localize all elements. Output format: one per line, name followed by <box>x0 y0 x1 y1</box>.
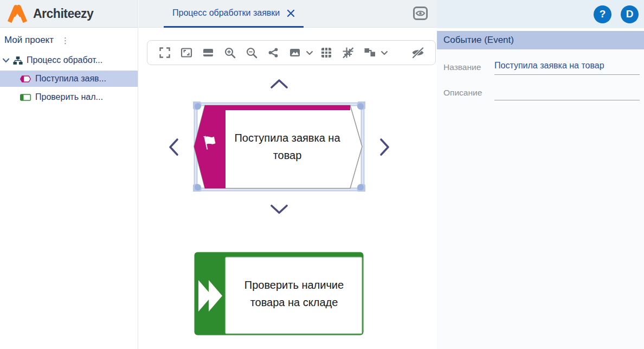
function-node-label: Проверить наличие товара на складе <box>230 254 358 333</box>
preview-eye-icon[interactable] <box>413 7 428 20</box>
nav-up-chevron-icon[interactable] <box>270 79 288 89</box>
chevron-down-icon[interactable] <box>3 58 9 63</box>
zoom-in-icon[interactable] <box>219 42 241 64</box>
export-image-icon[interactable] <box>284 42 306 64</box>
auto-layout-chevron-down-icon[interactable] <box>381 50 390 55</box>
auto-layout-icon[interactable] <box>359 42 381 64</box>
sidebar-item-process[interactable]: Процесс обработ... <box>0 52 138 68</box>
name-field[interactable]: Поступила заявка на товар <box>494 61 640 75</box>
fullscreen-icon[interactable] <box>154 42 176 64</box>
app-logo-icon <box>7 4 28 23</box>
sidebar-item-label: Процесс обработ... <box>27 55 102 65</box>
name-field-label: Название <box>443 62 494 75</box>
project-menu-kebab-icon[interactable]: ⋮ <box>61 36 69 45</box>
event-node-label: Поступила заявка на товар <box>229 104 346 189</box>
nav-right-chevron-icon[interactable] <box>379 138 390 156</box>
sidebar-item-function[interactable]: Проверить нал... <box>0 89 138 105</box>
project-title: Мой проект <box>4 35 54 46</box>
snap-to-grid-icon[interactable] <box>337 42 359 64</box>
project-header: Мой проект ⋮ <box>0 28 138 50</box>
main-area: Процесс обработки заявки <box>139 0 437 349</box>
property-row-name: Название Поступила заявка на товар <box>437 61 644 75</box>
properties-header: Событие (Event) <box>437 31 644 49</box>
event-mini-icon <box>20 75 31 83</box>
nav-left-chevron-icon[interactable] <box>169 138 179 156</box>
description-field-label: Описание <box>443 88 494 100</box>
sidebar-item-label: Поступила заяв... <box>35 74 106 84</box>
app-logo-text: Architeezy <box>33 7 93 21</box>
app-window: Architeezy Мой проект ⋮ Процесс обработ.… <box>0 0 644 349</box>
function-mini-icon <box>20 94 31 101</box>
tab-label: Процесс обработки заявки <box>172 8 280 18</box>
nav-down-chevron-icon[interactable] <box>270 204 288 214</box>
zoom-out-icon[interactable] <box>241 42 262 64</box>
export-image-chevron-down-icon[interactable] <box>306 50 315 55</box>
function-node[interactable]: Проверить наличие товара на складе <box>194 252 364 335</box>
grid-icon[interactable] <box>315 42 337 64</box>
help-button[interactable]: ? <box>594 5 611 23</box>
tab-process[interactable]: Процесс обработки заявки <box>164 0 304 28</box>
sidebar-item-event[interactable]: Поступила заяв... <box>0 71 138 87</box>
canvas-toolbar <box>147 40 436 65</box>
tab-close-icon[interactable] <box>287 9 295 17</box>
sidebar: Architeezy Мой проект ⋮ Процесс обработ.… <box>0 0 138 349</box>
event-node[interactable]: ⚑ Поступила заявка на товар <box>193 101 365 192</box>
logo-bar: Architeezy <box>0 0 138 28</box>
fit-view-icon[interactable] <box>176 42 197 64</box>
card-view-icon[interactable] <box>197 42 219 64</box>
org-chart-icon <box>13 56 23 65</box>
description-field[interactable] <box>494 86 640 100</box>
avatar[interactable]: D <box>621 5 639 23</box>
top-strip: ? D <box>437 0 644 28</box>
properties-panel: ? D Событие (Event) Название Поступила з… <box>437 0 644 349</box>
property-row-description: Описание <box>437 86 644 100</box>
tab-bar: Процесс обработки заявки <box>139 0 437 28</box>
hide-elements-eye-slash-icon[interactable] <box>407 42 429 64</box>
share-icon[interactable] <box>262 42 284 64</box>
diagram-canvas[interactable]: ⚑ Поступила заявка на товар Проверить на… <box>139 28 437 349</box>
sidebar-item-label: Проверить нал... <box>35 92 103 102</box>
